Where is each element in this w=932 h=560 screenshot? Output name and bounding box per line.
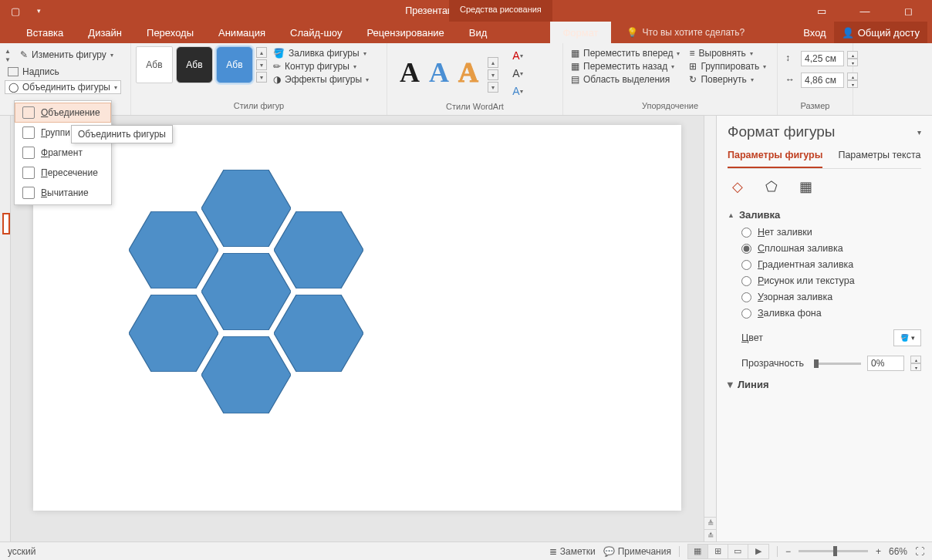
width-field[interactable]: 4,86 см [801, 73, 844, 88]
text-outline-button[interactable]: A▾ [509, 66, 526, 81]
shape-outline-button[interactable]: ✏Контур фигуры▾ [270, 61, 372, 72]
style-preset-1[interactable]: Абв [136, 46, 173, 83]
slideshow-view-button[interactable]: ▶ [748, 545, 768, 558]
solid-fill-radio[interactable]: Сплошная заливка [741, 243, 921, 254]
tell-me-search[interactable]: 💡 Что вы хотите сделать? [626, 27, 745, 38]
tab-format[interactable]: Формат [550, 22, 610, 43]
merge-shapes-menu: Объединение Группи Фрагмент Пересечение … [14, 100, 112, 205]
next-slide-icon[interactable]: ≛ [704, 529, 716, 541]
pane-dropdown-icon[interactable]: ▾ [917, 128, 921, 137]
merge-subtract-item[interactable]: Вычитание [15, 183, 111, 203]
share-button[interactable]: 👤 Общий досту [834, 22, 927, 43]
text-effects-button[interactable]: A▾ [509, 83, 526, 99]
align-button[interactable]: ≡Выровнять▾ [686, 48, 769, 59]
ribbon-options-icon[interactable]: ▭ [807, 0, 836, 22]
selection-pane-button[interactable]: ▤Область выделения [568, 74, 683, 85]
autosave-icon[interactable]: ▢ [8, 3, 23, 19]
language-indicator[interactable]: усский [8, 546, 36, 557]
rotate-button[interactable]: ↻Повернуть▾ [686, 74, 769, 85]
slide-editor[interactable] [11, 116, 704, 541]
tab-insert[interactable]: Вставка [14, 22, 76, 43]
merge-shapes-button[interactable]: ◯ Объединить фигуры ▾ [5, 80, 121, 94]
zoom-slider[interactable] [799, 550, 868, 552]
sorter-view-button[interactable]: ⊞ [708, 545, 728, 558]
maximize-button[interactable]: ◻ [893, 0, 923, 22]
text-options-tab[interactable]: Параметры текста [838, 147, 920, 168]
spinner-down[interactable]: ▾ [910, 363, 921, 371]
spinner-up[interactable]: ▴ [910, 356, 921, 363]
gallery-scroll-down[interactable]: ▾ [488, 69, 498, 80]
group-icon: ⊞ [689, 61, 697, 72]
style-preset-2[interactable]: Абв [176, 46, 213, 83]
chevron-down-icon: ▾ [110, 52, 113, 59]
shape-effects-button[interactable]: ◑Эффекты фигуры▾ [270, 74, 372, 85]
fill-line-category-icon[interactable]: ◇ [728, 177, 748, 197]
tab-animations[interactable]: Анимация [206, 22, 278, 43]
shape-options-tab[interactable]: Параметры фигуры [728, 147, 822, 168]
zoom-out-button[interactable]: − [785, 546, 791, 557]
notes-button[interactable]: ≣Заметки [549, 546, 596, 557]
tab-design[interactable]: Дизайн [76, 22, 134, 43]
no-fill-radio[interactable]: Нет заливки [741, 227, 921, 238]
edit-shape-icon: ✎ [20, 49, 28, 60]
pattern-fill-radio[interactable]: Узорная заливка [741, 292, 921, 302]
wordart-style-1[interactable]: A [400, 56, 420, 89]
effects-category-icon[interactable]: ⬠ [761, 177, 782, 197]
slide-canvas[interactable] [33, 125, 681, 511]
shapes-gallery-up[interactable]: ▲ [5, 48, 14, 55]
gallery-scroll-down[interactable]: ▾ [256, 59, 267, 70]
spinner-down[interactable]: ▾ [847, 80, 858, 88]
shape-fill-button[interactable]: 🪣Заливка фигуры▾ [270, 48, 372, 59]
slide-bg-fill-radio[interactable]: Заливка фона [741, 308, 921, 319]
size-properties-category-icon[interactable]: ▦ [795, 177, 816, 197]
fit-to-window-button[interactable]: ⛶ [915, 546, 924, 557]
gallery-more-icon[interactable]: ▾ [256, 72, 267, 83]
picture-fill-radio[interactable]: Рисунок или текстура [741, 275, 921, 286]
tab-view[interactable]: Вид [457, 22, 500, 43]
comments-button[interactable]: 💬Примечания [603, 546, 671, 557]
style-preset-3[interactable]: Абв [216, 46, 253, 83]
shapes-gallery-down[interactable]: ▼ [5, 56, 14, 63]
spinner-up[interactable]: ▴ [847, 73, 858, 80]
zoom-in-button[interactable]: + [876, 546, 881, 557]
wordart-style-3[interactable]: A [458, 56, 478, 89]
slide-thumbnail-1[interactable] [2, 213, 10, 234]
wordart-gallery[interactable]: A A A ▴ ▾ ▾ [392, 46, 506, 93]
spinner-up[interactable]: ▴ [847, 51, 858, 59]
gradient-fill-radio[interactable]: Градиентная заливка [741, 259, 921, 270]
transparency-field[interactable]: 0% [867, 356, 904, 371]
spinner-down[interactable]: ▾ [847, 59, 858, 66]
sign-in-link[interactable]: Вход [803, 27, 826, 39]
fill-color-picker[interactable]: 🪣▾ [893, 329, 921, 346]
prev-slide-icon[interactable]: ≜ [704, 517, 716, 529]
minimize-button[interactable]: — [850, 0, 880, 22]
quickaccess-dropdown-icon[interactable]: ▾ [31, 3, 46, 19]
combine-icon [22, 127, 35, 139]
height-field[interactable]: 4,25 см [801, 51, 844, 66]
tab-transitions[interactable]: Переходы [134, 22, 206, 43]
tab-review[interactable]: Рецензирование [354, 22, 456, 43]
gallery-scroll-up[interactable]: ▴ [488, 57, 498, 68]
wordart-style-2[interactable]: A [429, 56, 449, 89]
transparency-slider[interactable] [814, 363, 861, 365]
slide-thumbnail-panel[interactable] [0, 116, 11, 541]
vertical-scrollbar[interactable]: ≜ ≛ [704, 116, 716, 541]
edit-shape-button[interactable]: ✎ Изменить фигуру ▾ [17, 46, 117, 63]
line-section-header[interactable]: ▶ Линия [728, 379, 921, 390]
fill-section-header[interactable]: ▲ Заливка [728, 209, 921, 221]
merge-intersect-item[interactable]: Пересечение [15, 163, 111, 183]
group-button[interactable]: ⊞Группировать▾ [686, 61, 769, 72]
text-fill-button[interactable]: A▾ [509, 48, 526, 63]
reading-view-button[interactable]: ▭ [728, 545, 748, 558]
gallery-scroll-up[interactable]: ▴ [256, 47, 267, 58]
merge-union-item[interactable]: Объединение [15, 103, 111, 123]
textbox-button[interactable]: Надпись [5, 66, 62, 78]
shape-style-gallery[interactable]: Абв Абв Абв ▴ ▾ ▾ [136, 46, 267, 83]
send-backward-button[interactable]: ▦Переместить назад▾ [568, 61, 683, 72]
bring-forward-button[interactable]: ▦Переместить вперед▾ [568, 48, 683, 59]
zoom-level[interactable]: 66% [889, 546, 907, 557]
gallery-more-icon[interactable]: ▾ [488, 82, 498, 93]
normal-view-button[interactable]: ▦ [688, 545, 708, 558]
merge-fragment-item[interactable]: Фрагмент [15, 143, 111, 163]
tab-slideshow[interactable]: Слайд-шоу [278, 22, 354, 43]
